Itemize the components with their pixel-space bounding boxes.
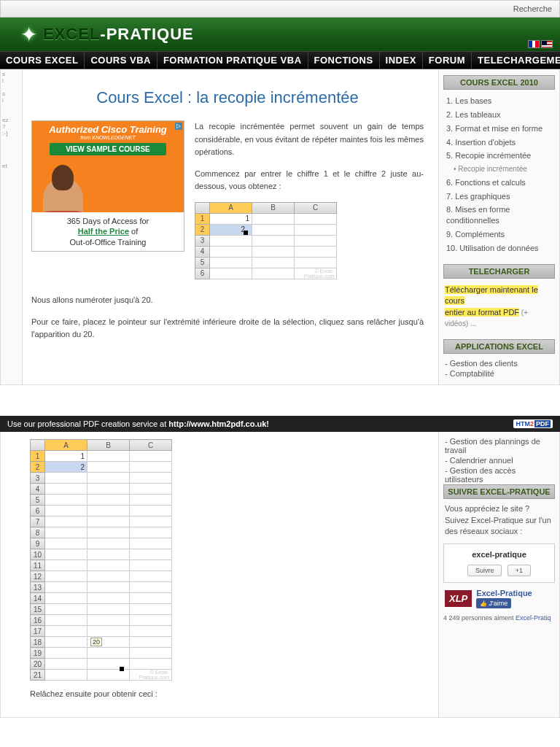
- nav-fonctions[interactable]: FONCTIONS: [308, 52, 380, 69]
- sidebar-cours-list: 1. Les bases 2. Les tableaux 3. Format e…: [443, 94, 555, 255]
- sidebar-dl-header: TELECHARGER: [443, 264, 555, 279]
- drag-tooltip: 20: [90, 638, 102, 646]
- paragraph-3: Nous allons numéroter jusqu'à 20.: [31, 294, 424, 307]
- left-truncated-panel: slslez?:-}et: [1, 69, 23, 384]
- pdf-service-bar: Use our professional PDF creation servic…: [0, 416, 560, 432]
- nav-cours-excel[interactable]: COURS EXCEL: [0, 52, 85, 69]
- sidebar-apps-header: APPLICATIONS EXCEL: [443, 339, 555, 354]
- ad-cta-button[interactable]: VIEW SAMPLE COURSE: [50, 143, 166, 155]
- fb-stats-link[interactable]: Excel-Pratiq: [516, 614, 551, 622]
- gplus-title: excel-pratique: [448, 550, 550, 559]
- ad-bottom-text: 365 Days of Access for Half the Price of…: [32, 212, 184, 251]
- sidebar-item-complements[interactable]: 9. Compléments: [443, 228, 555, 241]
- sidebar-item-bases[interactable]: 1. Les bases: [443, 94, 555, 108]
- sidebar-apps-list-2: Gestion des plannings de travail Calendr…: [443, 436, 555, 484]
- sidebar-item-utilisation[interactable]: 10. Utilisation de données: [443, 241, 555, 255]
- fb-block: XLP Excel-Pratique J'aime: [445, 589, 553, 608]
- xlp-badge-icon: XLP: [445, 590, 472, 607]
- sidebar: COURS EXCEL 2010 1. Les bases 2. Les tab…: [438, 69, 559, 384]
- top-bar: Recherche: [0, 0, 560, 18]
- gplus-follow-button[interactable]: Suivre: [467, 565, 502, 576]
- flag-fr-icon[interactable]: [528, 40, 540, 48]
- fill-handle-icon[interactable]: [120, 667, 124, 671]
- pdf-bar-text: Use our professional PDF creation servic…: [7, 419, 168, 428]
- fb-like-button[interactable]: J'aime: [476, 598, 511, 608]
- sidebar-item-tableaux[interactable]: 2. Les tableaux: [443, 108, 555, 122]
- sidebar-item-insertion[interactable]: 4. Insertion d'objets: [443, 136, 555, 150]
- logo-part-1: EXCEL: [43, 25, 100, 43]
- gplus-plusone-button[interactable]: +1: [508, 565, 531, 576]
- follow-message: Vous appréciez le site ? Suivez Excel-Pr…: [445, 503, 553, 537]
- sidebar-item-recopie[interactable]: 5. Recopie incrémentée: [443, 149, 555, 163]
- search-button[interactable]: Recherche: [513, 4, 552, 13]
- sidebar-item-graphiques[interactable]: 7. Les graphiques: [443, 190, 555, 204]
- site-header: ✦ EXCEL-PRATIQUE: [0, 18, 560, 51]
- main-nav: COURS EXCEL COURS VBA FORMATION PRATIQUE…: [0, 51, 560, 69]
- flag-us-icon[interactable]: [541, 40, 553, 48]
- page-title: Cours Excel : la recopie incrémentée: [31, 88, 424, 107]
- htm2pdf-logo[interactable]: HTM2PDF: [513, 419, 553, 428]
- sidebar-item-format[interactable]: 3. Format et mise en forme: [443, 122, 555, 136]
- sidebar-follow-header: SUIVRE EXCEL-PRATIQUE: [443, 484, 555, 499]
- language-flags: [528, 40, 553, 48]
- article-body-continued: ABC 11 22 3 4 5 6 7 8 9 10 11 12 13 14 1…: [1, 432, 438, 717]
- logo-star-icon: ✦: [20, 23, 37, 47]
- app-calendrier[interactable]: Calendrier annuel: [443, 455, 555, 465]
- paragraph-4: Pour ce faire, placez le pointeur sur l'…: [31, 316, 424, 341]
- ad-headline: Authorized Cisco Training: [32, 121, 184, 135]
- article-body: Cours Excel : la recopie incrémentée ▷ A…: [23, 69, 438, 384]
- excel-mini-table-2: ABC 11 22 3 4 5 6 7 8 9 10 11 12 13 14 1…: [30, 439, 172, 681]
- nav-cours-vba[interactable]: COURS VBA: [85, 52, 158, 69]
- app-clients[interactable]: Gestion des clients: [443, 358, 555, 368]
- ad-from: from KNOWLEDGENET: [32, 135, 184, 140]
- sidebar-continued: Gestion des plannings de travail Calendr…: [438, 432, 559, 717]
- site-logo[interactable]: EXCEL-PRATIQUE: [43, 25, 194, 44]
- app-compta[interactable]: Comptabilité: [443, 368, 555, 379]
- paragraph-2: Commencez par entrer le chiffre 1 et le …: [195, 168, 424, 193]
- fb-stats: 4 249 personnes aiment Excel-Pratiq: [443, 614, 555, 623]
- sidebar-subitem-recopie[interactable]: Recopie incrémentée: [443, 163, 555, 176]
- excel-mini-table-1: ABC 11 22 3 4 5 6© Excel-Pratique.com: [195, 202, 337, 279]
- app-acces[interactable]: Gestion des accès utilisateurs: [443, 465, 555, 484]
- sidebar-apps-list: Gestion des clients Comptabilité: [443, 358, 555, 379]
- logo-part-2: -PRATIQUE: [100, 25, 193, 43]
- nav-forum[interactable]: FORUM: [423, 52, 472, 69]
- paragraph-1: La recopie incrémentée permet souvent un…: [195, 120, 424, 159]
- ad-banner[interactable]: ▷ Authorized Cisco Training from KNOWLED…: [31, 120, 184, 252]
- ad-close-icon[interactable]: ▷: [175, 123, 182, 130]
- nav-formation-vba[interactable]: FORMATION PRATIQUE VBA: [158, 52, 308, 69]
- sidebar-item-mfc[interactable]: 8. Mises en forme conditionnelles: [443, 203, 555, 228]
- paragraph-5: Relâchez ensuite pour obtenir ceci :: [30, 688, 424, 701]
- download-box[interactable]: Télécharger maintenant le cours entier a…: [443, 283, 555, 331]
- fill-handle-icon[interactable]: [244, 231, 248, 235]
- nav-telechargements[interactable]: TELECHARGEMENTS: [472, 52, 560, 69]
- sidebar-item-fonctions[interactable]: 6. Fonctions et calculs: [443, 176, 555, 190]
- nav-index[interactable]: INDEX: [380, 52, 423, 69]
- sidebar-cours-header: COURS EXCEL 2010: [443, 75, 555, 90]
- pdf-bar-link[interactable]: http://www.htm2pdf.co.uk!: [168, 419, 269, 428]
- gplus-box: excel-pratique Suivre +1: [443, 543, 555, 583]
- fb-page-name[interactable]: Excel-Pratique: [476, 589, 532, 597]
- app-plannings[interactable]: Gestion des plannings de travail: [443, 436, 555, 455]
